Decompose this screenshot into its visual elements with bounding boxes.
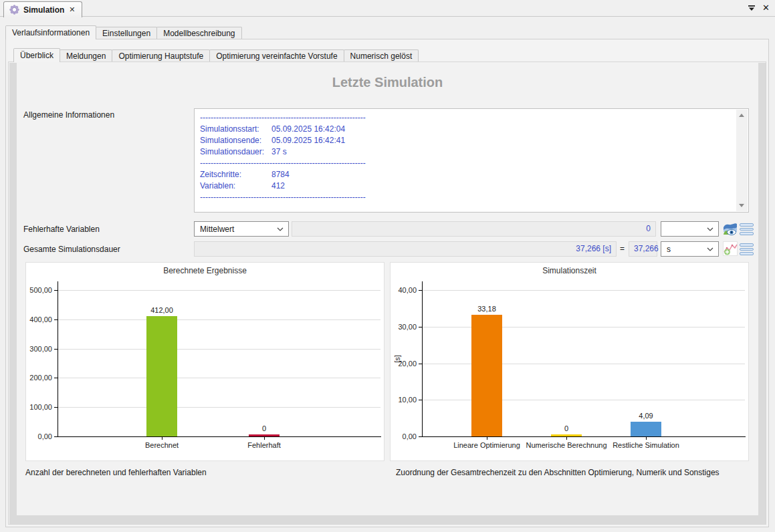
bar-value-label: 0 <box>237 424 291 432</box>
x-axis <box>58 436 381 437</box>
y-tick-label: 0,00 <box>26 432 52 440</box>
bar-value-label: 33,18 <box>460 305 514 313</box>
chart-simulationszeit: Simulationszeit0,0010,0020,0030,0040,00[… <box>390 262 749 461</box>
simulation-gear-icon <box>9 5 19 15</box>
general-info-label: Allgemeine Informationen <box>23 110 114 120</box>
total-duration-converted-field: 37,266 <box>629 241 657 257</box>
tab-meldungen[interactable]: Meldungen <box>60 49 112 61</box>
chart-title: Berechnete Ergebnisse <box>26 266 384 275</box>
chevron-down-icon <box>277 227 284 231</box>
equals-sign: = <box>620 244 625 253</box>
y-tick-label: 200,00 <box>26 374 52 382</box>
info-row-value: 8784 <box>271 169 290 180</box>
info-row-value: 412 <box>271 180 285 192</box>
right-scrollbar[interactable] <box>758 63 766 524</box>
scroll-down-icon[interactable] <box>736 200 748 211</box>
scroll-up-icon[interactable] <box>736 110 748 121</box>
tab-überblick[interactable]: Überblick <box>13 48 60 62</box>
info-row-value: 37 s <box>271 146 287 158</box>
bar-lineare-optimierung <box>471 315 502 436</box>
gridline <box>422 327 745 327</box>
list-options-icon[interactable] <box>740 242 754 257</box>
list-options-icon[interactable] <box>740 222 754 237</box>
y-tick-label: 0,00 <box>391 432 417 440</box>
gridline <box>422 290 745 291</box>
info-scrollbar[interactable] <box>736 110 748 211</box>
tabstrip-level1: VerlaufsinformationenEinstellungenModell… <box>5 25 241 39</box>
info-row-value: 05.09.2025 16:42:04 <box>271 124 345 135</box>
info-row: Simulationsdauer:37 s <box>200 146 732 158</box>
y-tick-label: 500,00 <box>26 286 52 294</box>
document-tab-bar: Simulation ✕ ✕ <box>0 0 775 17</box>
bar-value-label: 0 <box>540 424 593 432</box>
x-tick <box>646 437 647 440</box>
tab-einstellungen[interactable]: Einstellungen <box>96 27 157 39</box>
y-axis <box>422 281 423 436</box>
gridline <box>422 364 745 364</box>
category-label: Restliche Simulation <box>592 441 699 449</box>
gridline <box>422 400 745 400</box>
bar-berechnet <box>146 316 177 436</box>
faulty-unit-dropdown[interactable] <box>661 221 719 237</box>
chart-caption-left: Anzahl der berechneten und fehlerhaften … <box>25 468 207 477</box>
info-row: Variablen:412 <box>200 180 732 192</box>
tab-optimierung-hauptstufe[interactable]: Optimierung Hauptstufe <box>112 49 210 61</box>
chart-berechnete-ergebnisse: Berechnete Ergebnisse0,00100,00200,00300… <box>25 262 384 461</box>
x-tick <box>162 437 162 440</box>
aggregation-dropdown[interactable]: Mittelwert <box>194 221 289 237</box>
y-tick-label: 100,00 <box>26 403 52 411</box>
info-row-label: Simulationsende: <box>200 135 271 146</box>
general-info-text: ----------------------------------------… <box>200 112 732 210</box>
tab-optimierung-vereinfachte-vorstufe[interactable]: Optimierung vereinfachte Vorstufe <box>209 49 344 61</box>
info-separator: ----------------------------------------… <box>200 112 732 124</box>
bar-numerische-berechnung <box>551 434 582 436</box>
list-bar <box>740 248 754 251</box>
y-tick-label: 40,00 <box>391 286 417 294</box>
duration-unit-dropdown[interactable]: s <box>661 241 719 257</box>
x-tick <box>487 437 487 440</box>
bar-fehlerhaft <box>249 434 280 436</box>
x-tick <box>264 437 265 440</box>
info-row: Zeitschritte:8784 <box>200 169 732 180</box>
y-axis-title: [s] <box>393 355 401 363</box>
y-tick-label: 300,00 <box>26 345 52 353</box>
chevron-down-icon <box>707 227 713 231</box>
category-label: Fehlerhaft <box>211 441 318 449</box>
tabstrip-level2: ÜberblickMeldungenOptimierung Hauptstufe… <box>13 47 418 61</box>
x-axis <box>422 436 746 437</box>
tab-list-icon[interactable] <box>748 5 756 11</box>
list-bar <box>740 252 754 255</box>
category-label: Berechnet <box>108 441 215 449</box>
faulty-variables-label: Fehlerhafte Variablen <box>23 225 100 234</box>
line-chart-add-icon[interactable] <box>723 241 738 256</box>
list-bar <box>740 223 754 227</box>
y-axis <box>58 281 58 436</box>
window-close-icon[interactable]: ✕ <box>762 3 770 13</box>
chart-caption-right: Zuordnung der Gesamtrechenzeit zu den Ab… <box>396 468 719 477</box>
y-tick-label: 10,00 <box>391 396 417 404</box>
general-info-textbox[interactable]: ----------------------------------------… <box>194 108 749 213</box>
bottom-scrollbar[interactable] <box>17 515 758 524</box>
bar-value-label: 4,09 <box>619 412 673 420</box>
doc-tab-simulation[interactable]: Simulation ✕ <box>3 1 82 17</box>
info-row-label: Simulationsstart: <box>200 124 271 135</box>
info-row: Simulationsende:05.09.2025 16:42:41 <box>200 135 732 146</box>
gridline <box>58 378 380 378</box>
info-row-label: Variablen: <box>200 180 271 192</box>
info-separator: ----------------------------------------… <box>200 158 732 169</box>
info-row: Simulationsstart:05.09.2025 16:42:04 <box>200 124 732 135</box>
tab-modellbeschreibung[interactable]: Modellbeschreibung <box>156 27 241 39</box>
chevron-down-icon <box>707 247 713 251</box>
list-bar <box>740 243 754 247</box>
x-tick <box>566 437 567 440</box>
tab-verlaufsinformationen[interactable]: Verlaufsinformationen <box>5 25 96 39</box>
view-chart-eye-icon[interactable] <box>723 221 738 236</box>
gridline <box>58 349 380 350</box>
faulty-variables-value-field: 0 <box>292 221 656 237</box>
tab-numerisch-gelöst[interactable]: Numerisch gelöst <box>344 49 419 61</box>
info-separator: ----------------------------------------… <box>200 192 732 203</box>
gridline <box>58 290 380 291</box>
doc-tab-close-icon[interactable]: ✕ <box>68 5 76 14</box>
bar-restliche-simulation <box>631 422 661 436</box>
left-scrollbar[interactable] <box>9 63 17 524</box>
